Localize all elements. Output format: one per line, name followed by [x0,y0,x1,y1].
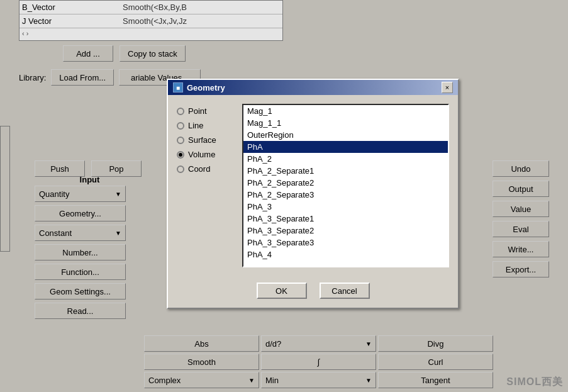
list-item[interactable]: PhA_3_Separate1 [243,213,448,225]
dialog-titlebar: ■ Geometry × [168,80,458,95]
radio-surface-label: Surface [188,135,216,145]
list-item[interactable]: PhA_3_Separate2 [243,225,448,237]
geometry-dialog: ■ Geometry × Point Line Surface [167,79,459,309]
dialog-body: Point Line Surface Volume Coord [168,95,458,276]
dialog-footer: OK Cancel [168,276,458,308]
radio-volume[interactable]: Volume [177,150,233,159]
list-item[interactable]: PhA_4 [243,249,448,260]
radio-volume-circle [177,151,184,159]
radio-surface[interactable]: Surface [177,135,233,145]
radio-point-circle [177,108,184,115]
geometry-listbox[interactable]: Mag_1Mag_1_1OuterRegionPhAPhA_2PhA_2_Sep… [242,104,449,267]
list-item[interactable]: Mag_1 [243,105,448,117]
radio-volume-label: Volume [188,150,215,159]
radio-coord-label: Coord [188,164,210,174]
cancel-button[interactable]: Cancel [320,283,370,299]
list-item[interactable]: PhA_3_Separate3 [243,237,448,249]
radio-line-label: Line [188,121,204,130]
list-item[interactable]: PhA_2 [243,153,448,165]
dialog-radio-group: Point Line Surface Volume Coord [177,104,233,267]
watermark: SIMOL西美 [506,376,563,389]
list-item[interactable]: PhA_2_Separate1 [243,165,448,177]
main-panel: B_Vector Smooth(<Bx,By,B J Vector Smooth… [0,0,568,392]
radio-coord[interactable]: Coord [177,164,233,174]
list-item[interactable]: Mag_1_1 [243,117,448,129]
dialog-list-area: Mag_1Mag_1_1OuterRegionPhAPhA_2PhA_2_Sep… [242,104,449,267]
list-item[interactable]: PhA_3 [243,201,448,213]
radio-line[interactable]: Line [177,121,233,130]
radio-surface-circle [177,137,184,144]
radio-point-label: Point [188,106,207,116]
dialog-title-icon: ■ [173,82,183,92]
dialog-close-button[interactable]: × [442,82,453,93]
list-item[interactable]: PhA [243,141,448,153]
radio-coord-circle [177,165,184,173]
ok-button[interactable]: OK [257,283,307,299]
list-item[interactable]: OuterRegion [243,129,448,141]
radio-line-circle [177,122,184,130]
list-item[interactable]: PhA_2_Separate2 [243,177,448,189]
dialog-title: ■ Geometry [173,82,225,92]
radio-point[interactable]: Point [177,106,233,116]
list-item[interactable]: PhA_2_Separate3 [243,189,448,201]
